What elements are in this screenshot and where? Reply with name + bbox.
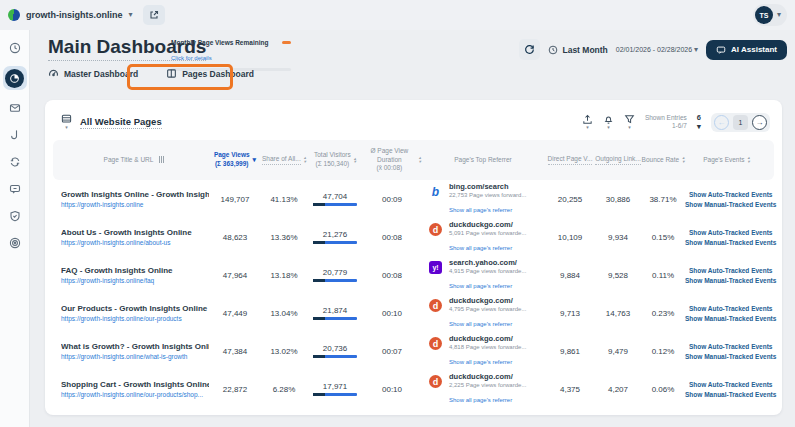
period-label: Last Month	[562, 45, 607, 55]
shown-entries-label: Shown Entries	[645, 114, 687, 122]
page-views-value: 149,707	[209, 195, 261, 204]
show-all-referrer-link[interactable]: Show all page's referrer	[449, 207, 512, 213]
alerts-button[interactable]: ▾	[603, 114, 614, 130]
page-views-value: 48,623	[209, 233, 261, 242]
share-value: 13.18%	[261, 271, 307, 280]
sidebar-item-consent-manager[interactable]	[6, 207, 24, 225]
column-share[interactable]: Share of All... ▴▾	[261, 155, 307, 166]
column-page-views-sorted[interactable]: Page Views(Σ 363,999) ▾	[209, 151, 261, 169]
table-header-row: Page Title & URL Page Views(Σ 363,999) ▾…	[53, 140, 774, 180]
page-url-link[interactable]: https://growth-insights.online/about-us	[61, 239, 209, 246]
next-page-button[interactable]: →	[752, 115, 767, 130]
refresh-icon	[524, 44, 535, 55]
page-url-link[interactable]: https://growth-insights.online/what-is-g…	[61, 353, 209, 360]
outgoing-links-value: 30,886	[595, 195, 641, 204]
page-title-text: Shopping Cart - Growth Insights Online	[61, 380, 209, 389]
visitors-value: 20,779	[323, 268, 347, 277]
current-page[interactable]: 1	[733, 115, 748, 130]
open-site-button[interactable]	[143, 5, 165, 25]
sidebar-item-inbox[interactable]	[6, 99, 24, 117]
sort-desc-icon: ▾	[253, 155, 257, 164]
duckduckgo-favicon: d	[429, 337, 442, 350]
column-outgoing-links[interactable]: Outgoing Link...	[595, 155, 641, 166]
site-selector[interactable]: growth-insights.online ▾	[8, 9, 133, 21]
show-manual-tracked-events-link[interactable]: Show Manual-Tracked Events	[685, 391, 776, 398]
show-auto-tracked-events-link[interactable]: Show Auto-Tracked Events	[689, 381, 773, 388]
show-manual-tracked-events-link[interactable]: Show Manual-Tracked Events	[685, 277, 776, 284]
show-manual-tracked-events-link[interactable]: Show Manual-Tracked Events	[685, 315, 776, 322]
usage-details-link[interactable]: Click for details	[171, 55, 212, 61]
sidebar-item-platform-settings[interactable]	[6, 234, 24, 252]
visitors-bar	[313, 355, 357, 358]
show-all-referrer-link[interactable]: Show all page's referrer	[449, 245, 512, 251]
column-direct-page-views[interactable]: Direct Page V...	[545, 155, 595, 166]
columns-settings-icon[interactable]	[159, 156, 164, 163]
share-value: 41.13%	[261, 195, 307, 204]
user-menu[interactable]: TS ▾	[753, 4, 787, 26]
page-url-link[interactable]: https://growth-insights.online	[61, 201, 209, 208]
table-row: What is Growth? - Growth Insights Online…	[53, 332, 774, 370]
page-views-value: 47,449	[209, 309, 261, 318]
direct-views-value: 9,861	[545, 347, 595, 356]
page-views-value: 47,384	[209, 347, 261, 356]
page-url-link[interactable]: https://growth-insights.online/our-produ…	[61, 315, 209, 322]
column-total-visitors[interactable]: Total Visitors(Σ 150,340) ▴▾	[307, 151, 363, 169]
column-page-events[interactable]: Page's Events ▴▾	[685, 156, 768, 165]
page-title-text: Our Products - Growth Insights Online	[61, 304, 209, 313]
show-auto-tracked-events-link[interactable]: Show Auto-Tracked Events	[689, 305, 773, 312]
show-all-referrer-link[interactable]: Show all page's referrer	[449, 283, 512, 289]
sync-arrows-icon	[9, 156, 21, 168]
column-top-referrer[interactable]: Page's Top Referrer	[421, 156, 545, 165]
visitors-bar-dark-segment	[313, 317, 325, 320]
sidebar-item-analytics-active[interactable]	[3, 66, 27, 90]
show-auto-tracked-events-link[interactable]: Show Auto-Tracked Events	[689, 191, 773, 198]
visitors-value: 17,971	[323, 382, 347, 391]
page-url-link[interactable]: https://growth-insights.online/faq	[61, 277, 209, 284]
show-auto-tracked-events-link[interactable]: Show Auto-Tracked Events	[689, 343, 773, 350]
show-all-referrer-link[interactable]: Show all page's referrer	[449, 397, 512, 403]
chat-icon	[716, 45, 726, 55]
show-manual-tracked-events-link[interactable]: Show Manual-Tracked Events	[685, 353, 776, 360]
share-value: 13.02%	[261, 347, 307, 356]
column-bounce-rate[interactable]: Bounce Rate ▴▾	[641, 156, 685, 165]
show-all-referrer-link[interactable]: Show all page's referrer	[449, 359, 512, 365]
duration-value: 00:10	[363, 309, 421, 318]
show-manual-tracked-events-link[interactable]: Show Manual-Tracked Events	[685, 201, 776, 208]
show-manual-tracked-events-link[interactable]: Show Manual-Tracked Events	[685, 239, 776, 246]
visitors-bar	[313, 203, 357, 206]
page-url-link[interactable]: https://growth-insights.online/our-produ…	[61, 391, 209, 398]
table-widget-menu[interactable]: ▾	[61, 114, 72, 130]
pie-chart-icon	[5, 69, 24, 88]
refresh-button[interactable]	[519, 39, 540, 60]
show-all-referrer-link[interactable]: Show all page's referrer	[449, 321, 512, 327]
sidebar-item-home[interactable]	[6, 39, 24, 57]
filter-button[interactable]: ▾	[624, 114, 635, 130]
visitors-bar-dark-segment	[313, 241, 325, 244]
show-auto-tracked-events-link[interactable]: Show Auto-Tracked Events	[689, 229, 773, 236]
page-size-select[interactable]: 6 ▾	[697, 113, 701, 131]
outgoing-links-value: 9,479	[595, 347, 641, 356]
export-button[interactable]: ▾	[582, 114, 593, 130]
top-bar: growth-insights.online ▾ TS ▾	[0, 0, 795, 30]
ai-assistant-button[interactable]: AI Assistant	[706, 40, 787, 60]
tab-pages-dashboard[interactable]: Pages Dashboard	[166, 68, 254, 79]
prev-page-button[interactable]: ←	[714, 115, 729, 130]
usage-widget: Monthly Page Views Remaining Click for d…	[171, 39, 291, 71]
direct-views-value: 20,255	[545, 195, 595, 204]
tab-master-dashboard[interactable]: Master Dashboard	[48, 68, 138, 79]
column-page-title[interactable]: Page Title & URL	[59, 156, 209, 165]
sidebar-item-tag-manager[interactable]	[6, 126, 24, 144]
period-selector[interactable]: Last Month	[548, 45, 607, 55]
chat-bubble-icon	[9, 183, 21, 195]
outgoing-links-value: 9,934	[595, 233, 641, 242]
table-body: Growth Insights Online - Growth Insights…	[53, 180, 774, 408]
table-row: Shopping Cart - Growth Insights Online h…	[53, 370, 774, 408]
column-duration[interactable]: Ø Page View Duration(x̄ 00:08) ▴▾	[363, 147, 421, 173]
duration-value: 00:07	[363, 347, 421, 356]
date-range-selector[interactable]: 02/01/2026 - 02/28/2026 ▾	[616, 46, 698, 54]
visitors-value: 21,276	[323, 230, 347, 239]
sidebar-item-audience-manager[interactable]	[6, 153, 24, 171]
sidebar-item-feedback[interactable]	[6, 180, 24, 198]
show-auto-tracked-events-link[interactable]: Show Auto-Tracked Events	[689, 267, 773, 274]
share-value: 13.04%	[261, 309, 307, 318]
